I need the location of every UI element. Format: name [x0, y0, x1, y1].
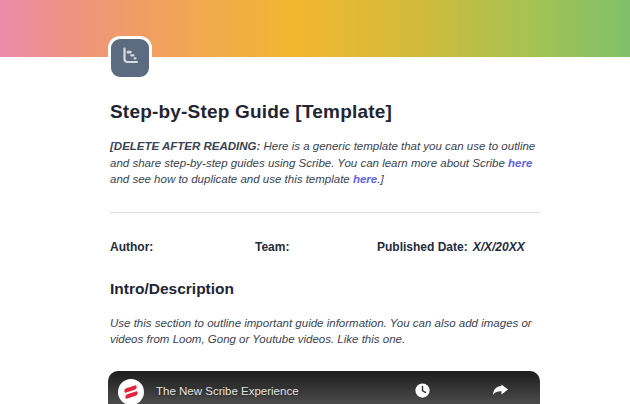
clock-icon: [413, 381, 432, 404]
page-title: Step-by-Step Guide [Template]: [110, 101, 540, 123]
delete-after-reading-note: [DELETE AFTER READING: Here is a generic…: [110, 138, 540, 188]
meta-row: Author: Team: Published Date:X/X/20XX: [110, 240, 540, 254]
video-header: The New Scribe Experience Watch later S: [108, 371, 540, 404]
intro-section-heading: Intro/Description: [110, 280, 540, 298]
note-bold-prefix: [DELETE AFTER READING:: [110, 140, 260, 152]
intro-section-text: Use this section to outline important gu…: [110, 315, 540, 348]
document-body: Step-by-Step Guide [Template] [DELETE AF…: [110, 57, 540, 348]
scribe-info-link[interactable]: here: [508, 157, 532, 169]
author-label: Author:: [110, 240, 255, 254]
duplicate-template-link[interactable]: here: [353, 173, 377, 185]
section-divider: [110, 212, 540, 213]
cover-banner: [0, 0, 630, 57]
watch-later-button[interactable]: Watch later: [394, 381, 450, 404]
note-text-2: and see how to duplicate and use this te…: [110, 173, 353, 185]
video-title[interactable]: The New Scribe Experience: [156, 385, 394, 397]
channel-avatar[interactable]: [118, 379, 144, 404]
published-date-value: X/X/20XX: [473, 240, 525, 254]
share-button[interactable]: Share: [472, 381, 528, 404]
stairs-chart-icon: [118, 44, 142, 72]
youtube-video-embed[interactable]: The New Scribe Experience Watch later S: [108, 371, 540, 404]
published-date: Published Date:X/X/20XX: [377, 240, 540, 254]
video-actions: Watch later Share: [394, 381, 528, 404]
share-arrow-icon: [491, 381, 510, 404]
team-label: Team:: [255, 240, 377, 254]
note-suffix: .]: [377, 173, 383, 185]
published-date-label: Published Date:: [377, 240, 468, 254]
document-icon[interactable]: [108, 36, 152, 80]
